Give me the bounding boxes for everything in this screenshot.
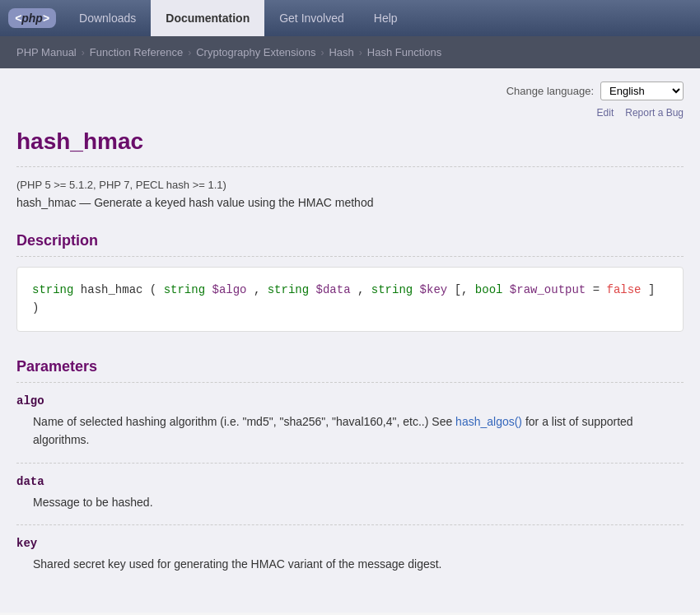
param4-name: $raw_output <box>510 283 586 296</box>
hash-algos-link[interactable]: hash_algos() <box>455 415 522 428</box>
param-data-name: data <box>16 475 684 488</box>
top-navigation: <php> Downloads Documentation Get Involv… <box>0 0 700 36</box>
main-content: Change language: EnglishGermanFrenchSpan… <box>0 68 700 613</box>
param1-type: string <box>164 283 205 296</box>
nav-downloads[interactable]: Downloads <box>64 0 151 36</box>
breadcrumb-function-reference[interactable]: Function Reference <box>90 46 183 58</box>
param-key-block: key Shared secret key used for generatin… <box>16 537 684 573</box>
param1-name: $algo <box>212 283 246 296</box>
language-bar: Change language: EnglishGermanFrenchSpan… <box>16 82 684 100</box>
action-links: Edit Report a Bug <box>16 107 684 119</box>
breadcrumb: PHP Manual › Function Reference › Crypto… <box>0 36 700 68</box>
param4-default: false <box>607 283 642 296</box>
breadcrumb-sep-3: › <box>320 47 324 58</box>
breadcrumb-hash-functions: Hash Functions <box>367 46 441 58</box>
param3-name: $key <box>420 283 448 296</box>
php-logo[interactable]: <php> <box>8 8 56 28</box>
breadcrumb-sep-1: › <box>82 47 85 58</box>
function-signature: string hash_hmac ( string $algo , string… <box>16 267 684 332</box>
breadcrumb-cryptography[interactable]: Cryptography Extensions <box>196 46 315 58</box>
param-algo-desc-text: Name of selected hashing algorithm (i.e.… <box>33 415 455 428</box>
param-algo-block: algo Name of selected hashing algorithm … <box>16 394 684 450</box>
language-select[interactable]: EnglishGermanFrenchSpanishPortugueseRuss… <box>600 82 684 100</box>
breadcrumb-sep-4: › <box>359 47 362 58</box>
nav-help[interactable]: Help <box>359 0 413 36</box>
param-data-desc: Message to be hashed. <box>33 493 684 511</box>
report-bug-link[interactable]: Report a Bug <box>625 107 684 119</box>
func-name: hash_hmac <box>81 283 150 296</box>
param-key-desc: Shared secret key used for generating th… <box>33 555 684 573</box>
param-data-block: data Message to be hashed. <box>16 475 684 511</box>
param2-name: $data <box>316 283 351 296</box>
logo-text: <php> <box>15 12 49 25</box>
param3-type: string <box>371 283 413 296</box>
param-divider-2 <box>16 524 684 525</box>
param-algo-name: algo <box>16 394 684 408</box>
return-type: string <box>32 283 73 296</box>
param2-type: string <box>268 283 309 296</box>
param-key-name: key <box>16 537 684 550</box>
param4-type: bool <box>475 283 503 296</box>
edit-link[interactable]: Edit <box>597 107 614 119</box>
version-info: (PHP 5 >= 5.1.2, PHP 7, PECL hash >= 1.1… <box>16 179 684 191</box>
nav-get-involved[interactable]: Get Involved <box>264 0 359 36</box>
description-heading: Description <box>16 226 684 257</box>
nav-documentation[interactable]: Documentation <box>151 0 264 36</box>
page-title: hash_hmac <box>16 128 684 167</box>
param-divider-1 <box>16 463 684 464</box>
change-language-label: Change language: <box>506 85 594 97</box>
param-algo-desc: Name of selected hashing algorithm (i.e.… <box>33 412 684 450</box>
breadcrumb-sep-2: › <box>188 47 191 58</box>
short-description: hash_hmac — Generate a keyed hash value … <box>16 196 684 209</box>
breadcrumb-php-manual[interactable]: PHP Manual <box>16 46 77 58</box>
breadcrumb-hash[interactable]: Hash <box>329 46 353 58</box>
parameters-heading: Parameters <box>16 352 684 383</box>
